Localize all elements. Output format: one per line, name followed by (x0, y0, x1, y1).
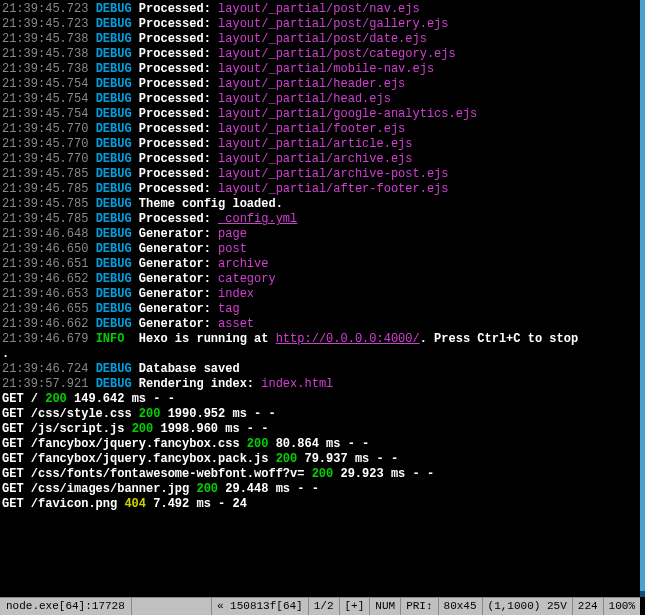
scrollbar[interactable] (640, 0, 645, 597)
log-line: 21:39:46.679 INFO Hexo is running at htt… (2, 332, 645, 347)
log-line: . (2, 347, 645, 362)
log-line: 21:39:45.754 DEBUG Processed: layout/_pa… (2, 107, 645, 122)
log-line: 21:39:46.653 DEBUG Generator: index (2, 287, 645, 302)
log-line: 21:39:46.648 DEBUG Generator: page (2, 227, 645, 242)
status-pri: PRI↕ (400, 598, 437, 615)
status-num: NUM (369, 598, 400, 615)
status-title: node.exe[64]:17728 (0, 598, 132, 615)
log-line: 21:39:45.738 DEBUG Processed: layout/_pa… (2, 32, 645, 47)
log-line: 21:39:45.785 DEBUG Processed: layout/_pa… (2, 167, 645, 182)
log-line: 21:39:46.652 DEBUG Generator: category (2, 272, 645, 287)
status-bar: node.exe[64]:17728 « 150813f[64] 1/2 [+]… (0, 597, 640, 615)
log-line: GET /css/images/banner.jpg 200 29.448 ms… (2, 482, 645, 497)
status-encoding: « 150813f[64] (211, 598, 308, 615)
log-line: GET /fancybox/jquery.fancybox.pack.js 20… (2, 452, 645, 467)
status-split: 1/2 (308, 598, 339, 615)
scrollbar-thumb[interactable] (640, 0, 645, 591)
log-line: 21:39:46.650 DEBUG Generator: post (2, 242, 645, 257)
log-line: 21:39:45.723 DEBUG Processed: layout/_pa… (2, 17, 645, 32)
status-size: 80x45 (438, 598, 482, 615)
log-line: 21:39:45.723 DEBUG Processed: layout/_pa… (2, 2, 645, 17)
log-line: 21:39:46.651 DEBUG Generator: archive (2, 257, 645, 272)
log-line: 21:39:45.754 DEBUG Processed: layout/_pa… (2, 77, 645, 92)
log-line: 21:39:46.662 DEBUG Generator: asset (2, 317, 645, 332)
log-line: 21:39:57.921 DEBUG Rendering index: inde… (2, 377, 645, 392)
log-line: 21:39:45.785 DEBUG Processed: layout/_pa… (2, 182, 645, 197)
status-col: 224 (572, 598, 603, 615)
log-line: 21:39:45.785 DEBUG Theme config loaded. (2, 197, 645, 212)
log-line: 21:39:45.770 DEBUG Processed: layout/_pa… (2, 122, 645, 137)
log-line: 21:39:45.770 DEBUG Processed: layout/_pa… (2, 152, 645, 167)
log-line: GET /favicon.png 404 7.492 ms - 24 (2, 497, 645, 512)
status-pos: (1,1000) 25V (482, 598, 572, 615)
log-line: GET /css/style.css 200 1990.952 ms - - (2, 407, 645, 422)
log-line: 21:39:46.655 DEBUG Generator: tag (2, 302, 645, 317)
log-line: 21:39:45.785 DEBUG Processed: _config.ym… (2, 212, 645, 227)
log-line: GET /css/fonts/fontawesome-webfont.woff?… (2, 467, 645, 482)
log-line: 21:39:45.738 DEBUG Processed: layout/_pa… (2, 47, 645, 62)
status-pct: 100% (603, 598, 640, 615)
terminal-output[interactable]: 21:39:45.723 DEBUG Processed: layout/_pa… (0, 0, 645, 595)
log-line: 21:39:46.724 DEBUG Database saved (2, 362, 645, 377)
status-mode: [+] (339, 598, 370, 615)
log-line: 21:39:45.770 DEBUG Processed: layout/_pa… (2, 137, 645, 152)
log-line: GET /fancybox/jquery.fancybox.css 200 80… (2, 437, 645, 452)
log-line: 21:39:45.738 DEBUG Processed: layout/_pa… (2, 62, 645, 77)
log-line: GET /js/script.js 200 1998.960 ms - - (2, 422, 645, 437)
log-line: GET / 200 149.642 ms - - (2, 392, 645, 407)
log-line: 21:39:45.754 DEBUG Processed: layout/_pa… (2, 92, 645, 107)
